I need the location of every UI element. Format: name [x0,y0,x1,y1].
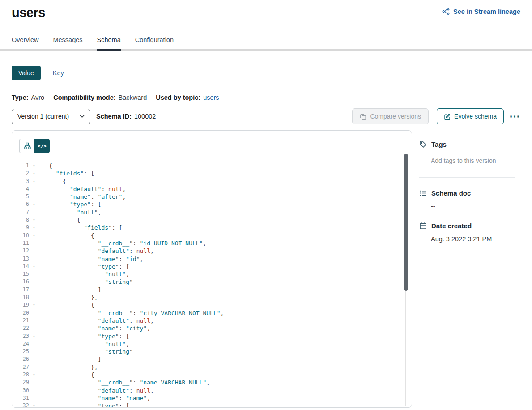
code-text: "default": null, [39,185,126,193]
key-toggle-button[interactable]: Key [53,69,64,77]
code-line: 21 "default": null, [12,317,404,325]
code-line: 28▾ { [12,371,404,379]
code-line: 24 "null", [12,340,404,348]
fold-spacer [29,317,39,325]
fold-spacer [29,348,39,355]
line-number: 18 [12,294,29,301]
more-options-button[interactable]: ⋯ [509,108,520,124]
line-number: 19 [12,301,29,309]
editor-scrollbar-thumb[interactable] [404,154,408,291]
schema-doc-value: -- [431,203,521,210]
fold-toggle-icon[interactable]: ▾ [29,263,39,270]
chevron-down-icon [80,115,85,118]
code-line: 5 "name": "after", [12,193,404,201]
fold-toggle-icon[interactable]: ▾ [29,232,39,239]
fold-toggle-icon[interactable]: ▾ [29,333,39,340]
compatibility-label: Compatibility mode: [53,94,115,101]
tab-configuration[interactable]: Configuration [135,36,174,51]
line-number: 24 [12,340,29,348]
fold-toggle-icon[interactable]: ▾ [29,371,39,379]
topic-link[interactable]: users [203,94,219,101]
fold-spacer [29,185,39,193]
line-number: 12 [12,247,29,255]
code-text: "name": "id", [39,255,143,263]
code-text: "type": [ [39,263,129,270]
code-line: 10▾ { [12,232,404,239]
schema-id-label: Schema ID: [96,113,132,120]
code-text: ] [39,286,101,294]
fold-toggle-icon[interactable]: ▾ [29,201,39,208]
code-text: "string" [39,348,133,355]
tab-overview[interactable]: Overview [12,36,38,51]
compare-versions-button[interactable]: Compare versions [352,108,429,124]
fold-spacer [29,270,39,278]
fold-spacer [29,247,39,255]
page-header: users See in Stream lineage [0,0,532,20]
code-text: "default": null, [39,387,154,394]
fold-toggle-icon[interactable]: ▾ [29,178,39,185]
fold-spacer [29,309,39,317]
fold-spacer [29,239,39,247]
tab-messages[interactable]: Messages [53,36,82,51]
code-text: { [39,371,94,379]
fold-toggle-icon[interactable]: ▾ [29,402,39,408]
code-line: 32▾ "type": [ [12,402,404,408]
code-line: 16 "string" [12,278,404,286]
line-number: 17 [12,286,29,294]
line-number: 16 [12,278,29,286]
line-number: 4 [12,185,29,193]
line-number: 31 [12,394,29,402]
code-line: 23▾ "type": [ [12,333,404,340]
version-select[interactable]: Version 1 (current) [12,109,90,124]
fold-spacer [29,193,39,201]
code-line: 4 "default": null, [12,185,404,193]
subject-toggle: Value Key [12,66,520,80]
schema-doc-title: Schema doc [431,189,471,197]
code-view-button[interactable]: </> [34,139,50,153]
fold-spacer [29,294,39,301]
code-line: 18 }, [12,294,404,301]
code-text: ] [39,355,101,363]
schema-doc-section: Schema doc -- [419,189,521,210]
version-bar: Version 1 (current) Schema ID: 100002 Co… [12,108,520,124]
schema-id-group: Schema ID: 100002 [96,113,156,120]
fold-toggle-icon[interactable]: ▾ [29,170,39,177]
evolve-schema-button[interactable]: Evolve schema [437,108,504,124]
tab-schema[interactable]: Schema [97,36,121,51]
stream-lineage-link[interactable]: See in Stream lineage [442,8,520,15]
type-value: Avro [31,94,45,101]
fold-toggle-icon[interactable]: ▾ [29,224,39,231]
code-text: }, [39,363,98,371]
code-line: 9▾ "fields": [ [12,224,404,231]
tags-header: Tags [419,141,521,148]
fold-spacer [29,394,39,402]
code-text: "__crdb__": "name VARCHAR NULL", [39,379,210,386]
code-lines: 1▾{2▾ "fields": [3▾ {4 "default": null,5… [12,162,404,408]
tag-icon [419,141,427,148]
code-text: "null", [39,209,101,216]
code-line: 6▾ "type": [ [12,201,404,208]
fold-spacer [29,340,39,348]
version-select-value: Version 1 (current) [17,113,69,120]
fold-toggle-icon[interactable]: ▾ [29,301,39,309]
code-text: { [39,216,80,224]
code-line: 12 "default": null, [12,247,404,255]
tree-view-button[interactable] [19,139,34,153]
date-created-value: Aug. 3 2022 3:21 PM [431,235,521,243]
value-toggle-button[interactable]: Value [12,66,41,80]
code-line: 11 "__crdb__": "id UUID NOT NULL", [12,239,404,247]
code-line: 29 "__crdb__": "name VARCHAR NULL", [12,379,404,386]
code-text: "name": "after", [39,193,126,201]
code-line: 25 "string" [12,348,404,355]
fold-toggle-icon[interactable]: ▾ [29,216,39,224]
tags-input[interactable] [431,155,515,167]
code-text: }, [39,294,98,301]
code-line: 3▾ { [12,178,404,185]
code-text: "type": [ [39,333,129,340]
code-view-icon: </> [38,143,47,149]
code-text: "fields": [ [39,224,122,231]
code-line: 19▾ { [12,301,404,309]
line-number: 23 [12,333,29,340]
fold-toggle-icon[interactable]: ▾ [29,162,39,170]
code-text: "name": "name", [39,394,150,402]
